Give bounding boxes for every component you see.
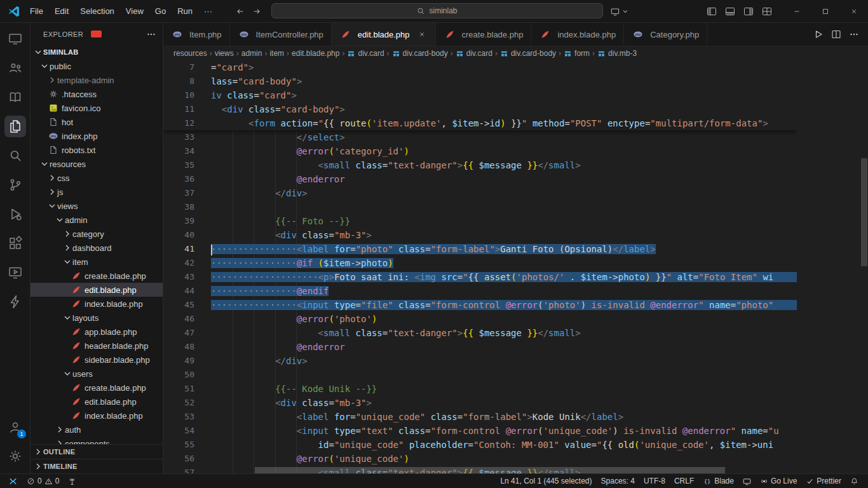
menu-item-selection[interactable]: Selection — [74, 0, 119, 22]
file-create.blade.php[interactable]: create.blade.php — [31, 269, 163, 283]
run-debug-activity-button[interactable] — [0, 200, 31, 229]
outline-section[interactable]: OUTLINE — [31, 444, 163, 459]
breadcrumb-div.card-body[interactable]: div.card-body — [500, 49, 556, 58]
file-hot[interactable]: hot — [31, 115, 163, 129]
breadcrumb-edit.blade.php[interactable]: edit.blade.php — [292, 49, 339, 58]
forward-icon[interactable] — [250, 5, 263, 18]
breadcrumb-item[interactable]: item — [269, 49, 284, 58]
language-mode[interactable]: {} Blade — [698, 474, 738, 488]
eol-sequence[interactable]: CRLF — [670, 474, 698, 488]
remote-monitor-activity-button[interactable] — [0, 24, 31, 53]
minimize-button[interactable] — [782, 0, 811, 22]
file-edit.blade.php[interactable]: edit.blade.php — [31, 395, 163, 409]
scrollbar-thumb[interactable] — [861, 158, 867, 266]
folder-views[interactable]: views — [31, 199, 163, 213]
file-favicon.ico[interactable]: favicon.ico — [31, 101, 163, 115]
menu-item-view[interactable]: View — [120, 0, 149, 22]
folder-admin[interactable]: admin — [31, 213, 163, 227]
file-.htaccess[interactable]: .htaccess — [31, 87, 163, 101]
settings-gear-activity-button[interactable] — [0, 442, 31, 471]
account-activity-button[interactable]: 1 — [0, 412, 31, 442]
tab-Item.php[interactable]: phpItem.php — [163, 23, 230, 46]
notifications[interactable] — [846, 474, 863, 488]
cursor-position[interactable]: Ln 41, Col 1 (445 selected) — [496, 474, 596, 488]
explorer-more-icon[interactable] — [146, 29, 156, 39]
maximize-button[interactable] — [811, 0, 839, 22]
tab-create.blade.php[interactable]: create.blade.php — [436, 23, 532, 46]
tab-index.blade.php[interactable]: index.blade.php — [531, 23, 624, 46]
toggle-secondary-sidebar-icon[interactable] — [741, 4, 756, 19]
folder-auth[interactable]: auth — [31, 423, 163, 437]
book-activity-button[interactable] — [0, 83, 31, 112]
source-control-activity-button[interactable] — [0, 170, 31, 200]
timeline-section[interactable]: TIMELINE — [31, 459, 163, 473]
remote-indicator[interactable] — [4, 474, 22, 488]
back-icon[interactable] — [234, 5, 247, 18]
breadcrumb-div.card-body[interactable]: div.card-body — [392, 49, 448, 58]
folder-components[interactable]: components — [31, 437, 163, 444]
folder-users[interactable]: users — [31, 367, 163, 381]
breadcrumb-admin[interactable]: admin — [241, 49, 262, 58]
project-root[interactable]: SIMINLAB — [31, 45, 163, 59]
live-preview-activity-button[interactable] — [0, 258, 31, 287]
close-button[interactable] — [839, 0, 868, 22]
folder-public[interactable]: public — [31, 59, 163, 73]
file-index.blade.php[interactable]: index.blade.php — [31, 409, 163, 423]
file-header.blade.php[interactable]: header.blade.php — [31, 339, 163, 353]
folder-resources[interactable]: resources — [31, 157, 163, 171]
breadcrumb-form[interactable]: form — [564, 49, 590, 58]
split-editor-icon[interactable] — [831, 29, 841, 39]
breadcrumb-div.mb-3[interactable]: div.mb-3 — [597, 49, 637, 58]
file-index.blade.php[interactable]: index.blade.php — [31, 297, 163, 311]
folder-layouts[interactable]: layouts — [31, 311, 163, 325]
explorer-activity-button[interactable] — [0, 112, 31, 141]
folder-item[interactable]: item — [31, 255, 163, 269]
file-sidebar.blade.php[interactable]: sidebar.blade.php — [31, 353, 163, 367]
ports-indicator[interactable] — [64, 474, 81, 488]
search-activity-button[interactable] — [0, 141, 31, 170]
toggle-sidebar-icon[interactable] — [704, 4, 719, 19]
prettier-status[interactable]: Prettier — [801, 474, 846, 488]
menu-item-more[interactable]: ··· — [198, 0, 218, 22]
go-live[interactable]: Go Live — [756, 474, 801, 488]
breadcrumb-div.card[interactable]: div.card — [347, 49, 384, 58]
cast-status[interactable] — [738, 474, 756, 488]
toggle-panel-icon[interactable] — [722, 4, 738, 19]
organization-activity-button[interactable] — [0, 53, 31, 83]
folder-js[interactable]: js — [31, 185, 163, 199]
run-file-icon[interactable] — [813, 29, 824, 39]
file-index.php[interactable]: phpindex.php — [31, 129, 163, 143]
file-app.blade.php[interactable]: app.blade.php — [31, 325, 163, 339]
code-editor[interactable]: 7="card">8lass="card-body">10iv class="c… — [163, 60, 797, 473]
tab-ItemController.php[interactable]: phpItemController.php — [230, 23, 332, 46]
folder-dashboard[interactable]: dashboard — [31, 241, 163, 255]
screencast-icon[interactable] — [609, 5, 621, 18]
menu-item-go[interactable]: Go — [149, 0, 172, 22]
folder-category[interactable]: category — [31, 227, 163, 241]
encoding[interactable]: UTF-8 — [639, 474, 670, 488]
breadcrumb-div.card[interactable]: div.card — [456, 49, 492, 58]
extensions-activity-button[interactable] — [0, 229, 31, 258]
folder-css[interactable]: css — [31, 171, 163, 185]
command-center-search[interactable]: siminlab — [271, 3, 603, 18]
tab-Category.php[interactable]: phpCategory.php — [624, 23, 707, 46]
file-edit.blade.php[interactable]: edit.blade.php — [31, 283, 163, 297]
menu-item-edit[interactable]: Edit — [49, 0, 74, 22]
tab-edit.blade.php[interactable]: edit.blade.php — [332, 23, 436, 46]
folder-template-admin[interactable]: template-admin — [31, 73, 163, 87]
file-create.blade.php[interactable]: create.blade.php — [31, 381, 163, 395]
breadcrumb-resources[interactable]: resources — [173, 49, 207, 58]
menu-item-run[interactable]: Run — [172, 0, 198, 22]
file-robots.txt[interactable]: robots.txt — [31, 143, 163, 157]
horizontal-scrollbar[interactable] — [255, 467, 725, 473]
customize-layout-icon[interactable] — [759, 4, 775, 19]
chevron-down-icon[interactable] — [621, 8, 629, 15]
more-actions-icon[interactable] — [849, 29, 859, 39]
breadcrumb-views[interactable]: views — [215, 49, 234, 58]
problems-indicator[interactable]: 0 0 — [22, 474, 64, 488]
menu-item-file[interactable]: File — [24, 0, 49, 22]
minimap[interactable] — [797, 60, 860, 473]
lightning-activity-button[interactable] — [0, 287, 31, 316]
indentation[interactable]: Spaces: 4 — [597, 474, 639, 488]
vertical-scrollbar[interactable] — [860, 60, 868, 473]
